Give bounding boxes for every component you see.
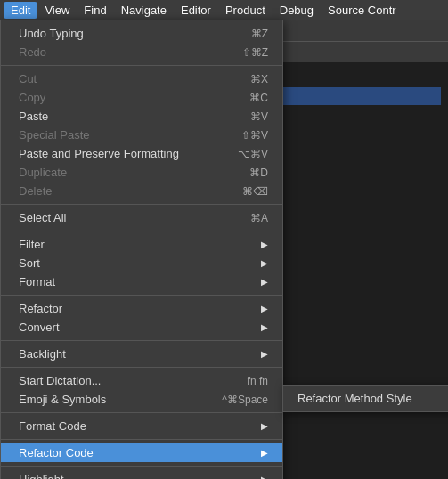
menu-item-convert[interactable]: Convert ▶ (1, 318, 282, 337)
menu-item-redo[interactable]: Redo ⇧⌘Z (1, 43, 282, 61)
menu-item-emoji[interactable]: Emoji & Symbols ^⌘Space (1, 390, 282, 409)
menu-bar-navigate[interactable]: Navigate (114, 2, 174, 19)
arrow-sort: ▶ (261, 258, 268, 268)
menu-item-refactor-code[interactable]: Refactor Code ▶ (1, 443, 282, 462)
menu-item-format[interactable]: Format ▶ (1, 272, 282, 291)
menu-bar: Edit View Find Navigate Editor Product D… (0, 0, 448, 20)
arrow-refactor: ▶ (261, 304, 268, 313)
menu-item-copy[interactable]: Copy ⌘C (1, 88, 282, 107)
separator-3 (1, 231, 282, 231)
separator-4 (1, 295, 282, 296)
separator-5 (1, 340, 282, 341)
menu-bar-edit[interactable]: Edit (4, 2, 37, 19)
refactor-code-submenu: Refactor Method Style (282, 385, 448, 412)
menu-bar-product[interactable]: Product (218, 2, 273, 19)
menu-item-select-all[interactable]: Select All ⌘A (1, 208, 282, 227)
menu-bar-source[interactable]: Source Contr (321, 2, 403, 19)
menu-item-refactor[interactable]: Refactor ▶ (1, 299, 282, 318)
menu-item-delete[interactable]: Delete ⌘⌫ (1, 182, 282, 200)
separator-9 (1, 466, 282, 467)
menu-item-sort[interactable]: Sort ▶ (1, 254, 282, 272)
menu-item-duplicate[interactable]: Duplicate ⌘D (1, 163, 282, 182)
separator-1 (1, 65, 282, 66)
edit-menu-dropdown: Undo Typing ⌘Z Redo ⇧⌘Z Cut ⌘X Copy ⌘C P… (0, 20, 283, 479)
menu-item-undo[interactable]: Undo Typing ⌘Z (1, 24, 282, 43)
menu-item-cut[interactable]: Cut ⌘X (1, 69, 282, 88)
menu-item-paste[interactable]: Paste ⌘V (1, 107, 282, 126)
menu-item-dictation[interactable]: Start Dictation... fn fn (1, 371, 282, 390)
menu-bar-debug[interactable]: Debug (273, 2, 321, 19)
menu-bar-view[interactable]: View (37, 2, 77, 19)
menu-item-special-paste[interactable]: Special Paste ⇧⌘V (1, 126, 282, 144)
separator-6 (1, 367, 282, 368)
arrow-filter: ▶ (261, 240, 268, 249)
separator-2 (1, 204, 282, 205)
separator-7 (1, 412, 282, 413)
arrow-backlight: ▶ (261, 349, 268, 359)
menu-item-format-code[interactable]: Format Code ▶ (1, 417, 282, 435)
arrow-convert: ▶ (261, 322, 268, 332)
menu-item-highlight[interactable]: Highlight ▶ (1, 470, 282, 479)
menu-item-paste-preserve[interactable]: Paste and Preserve Formatting ⌥⌘V (1, 144, 282, 163)
submenu-item-refactor-method[interactable]: Refactor Method Style (283, 389, 448, 408)
separator-8 (1, 439, 282, 440)
arrow-refactor-code: ▶ (261, 448, 268, 458)
menu-item-backlight[interactable]: Backlight ▶ (1, 345, 282, 363)
menu-bar-editor[interactable]: Editor (174, 2, 218, 19)
arrow-format-code: ▶ (261, 421, 268, 431)
menu-item-filter[interactable]: Filter ▶ (1, 235, 282, 254)
menu-bar-find[interactable]: Find (77, 2, 113, 19)
arrow-highlight: ▶ (261, 475, 268, 479)
arrow-format: ▶ (261, 277, 268, 287)
